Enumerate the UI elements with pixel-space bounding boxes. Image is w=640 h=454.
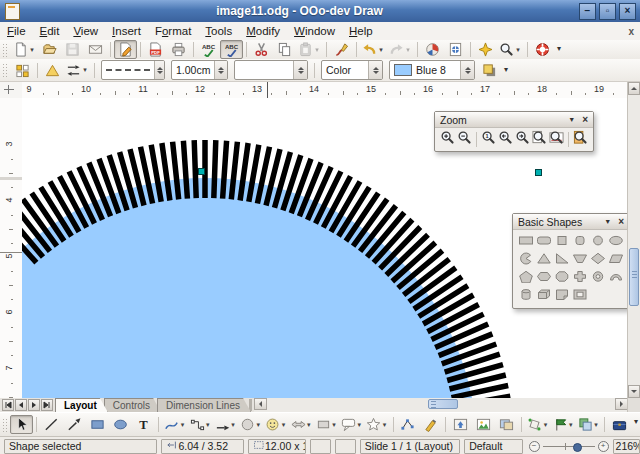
zoom-slider-thumb[interactable] bbox=[573, 443, 582, 452]
arrow-button[interactable] bbox=[63, 415, 86, 434]
menu-tools[interactable]: Tools bbox=[198, 24, 239, 38]
tab-dimension-lines[interactable]: Dimension Lines bbox=[157, 398, 251, 412]
block-arrows-button[interactable]: ▾ bbox=[289, 415, 314, 434]
dropdown-arrow-icon[interactable]: ▾ bbox=[28, 46, 36, 54]
zoom-page-width-button[interactable] bbox=[548, 131, 565, 148]
vertical-scroll-thumb[interactable] bbox=[629, 248, 639, 306]
fill-type-select[interactable]: Color bbox=[321, 60, 383, 80]
dropdown-arrow-icon[interactable]: ▾ bbox=[313, 46, 321, 54]
zoom-percentage[interactable]: 216% bbox=[613, 439, 640, 454]
bs-block-arc-button[interactable] bbox=[607, 270, 626, 287]
shadow-button[interactable] bbox=[478, 61, 501, 80]
scroll-up-button[interactable] bbox=[628, 82, 640, 95]
zoom-slider-track[interactable] bbox=[543, 442, 595, 451]
connector-button[interactable]: ▾ bbox=[188, 415, 213, 434]
line-width-spinner[interactable] bbox=[214, 61, 227, 79]
dropdown-arrow-icon[interactable]: ▾ bbox=[593, 421, 599, 429]
bs-octagon-button[interactable] bbox=[553, 270, 572, 287]
line-button[interactable] bbox=[40, 415, 63, 434]
line-style-select[interactable] bbox=[101, 60, 165, 80]
bs-pentagon-button[interactable] bbox=[517, 270, 536, 287]
last-slide-button[interactable] bbox=[41, 399, 53, 411]
toolbar-overflow-button[interactable]: ▾ bbox=[557, 44, 561, 53]
zoom-out-button[interactable] bbox=[456, 131, 473, 148]
toolbar-grip[interactable] bbox=[2, 63, 9, 77]
menu-format[interactable]: Format bbox=[148, 24, 198, 38]
scroll-down-button[interactable] bbox=[628, 385, 640, 398]
flowchart-button[interactable]: ▾ bbox=[314, 415, 339, 434]
bs-round-rect-button[interactable] bbox=[535, 234, 554, 251]
tab-layout[interactable]: Layout bbox=[55, 398, 108, 412]
export-pdf-button[interactable]: PDF bbox=[144, 40, 167, 59]
status-template-cell[interactable]: Default bbox=[464, 439, 522, 454]
zoom-next-button[interactable] bbox=[514, 131, 531, 148]
menu-window[interactable]: Window bbox=[287, 24, 342, 38]
dropdown-arrow-icon[interactable]: ▾ bbox=[568, 421, 574, 429]
bs-round-square-button[interactable] bbox=[571, 234, 590, 251]
curve-button[interactable]: ▾ bbox=[162, 415, 187, 434]
zoom-out-slider-button[interactable]: − bbox=[529, 441, 540, 452]
tab-controls[interactable]: Controls bbox=[104, 398, 161, 412]
bs-circle-button[interactable] bbox=[589, 234, 608, 251]
dropdown-arrow-icon[interactable]: ▾ bbox=[381, 421, 387, 429]
save-button[interactable] bbox=[61, 40, 84, 59]
drawing-canvas[interactable]: Zoom ▼ × 1 Basic Shapes ▼ × bbox=[22, 98, 628, 398]
first-slide-button[interactable] bbox=[2, 399, 14, 411]
ellipse-button[interactable] bbox=[109, 415, 132, 434]
undo-button[interactable]: ▾ bbox=[360, 40, 387, 59]
new-document-button[interactable]: ▾ bbox=[11, 40, 38, 59]
toolbar-overflow-button[interactable]: ▾ bbox=[634, 417, 638, 426]
vertical-ruler[interactable]: 34567 bbox=[0, 98, 23, 398]
bs-ellipse-button[interactable] bbox=[607, 234, 626, 251]
copy-button[interactable] bbox=[273, 40, 296, 59]
previous-slide-button[interactable] bbox=[15, 399, 27, 411]
maximize-button[interactable]: ▫ bbox=[599, 3, 616, 20]
clone-formatting-button[interactable] bbox=[330, 40, 353, 59]
dropdown-arrow-icon[interactable]: ▾ bbox=[356, 421, 362, 429]
basic-shapes-button[interactable]: ▾ bbox=[238, 415, 263, 434]
dropdown-arrow-icon[interactable]: ▾ bbox=[255, 421, 261, 429]
close-button[interactable]: × bbox=[619, 3, 636, 20]
fill-color-spinner[interactable] bbox=[460, 61, 474, 79]
alignment-button[interactable]: ▾ bbox=[551, 415, 576, 434]
line-style-spinner[interactable] bbox=[154, 61, 164, 79]
gallery-button[interactable] bbox=[495, 415, 518, 434]
arrange-button[interactable]: ▾ bbox=[576, 415, 601, 434]
interaction-button[interactable] bbox=[608, 415, 631, 434]
menu-edit[interactable]: Edit bbox=[33, 24, 67, 38]
selection-handle[interactable] bbox=[535, 169, 542, 176]
print-button[interactable] bbox=[167, 40, 190, 59]
toolbar-grip[interactable] bbox=[2, 418, 8, 432]
toolbar-overflow-button[interactable]: ▾ bbox=[504, 65, 508, 74]
navigator-button[interactable] bbox=[444, 40, 467, 59]
dropdown-arrow-icon[interactable]: ▾ bbox=[230, 421, 236, 429]
horizontal-scroll-thumb[interactable] bbox=[428, 399, 458, 409]
dropdown-arrow-icon[interactable]: ▾ bbox=[179, 421, 185, 429]
zoom-panel-titlebar[interactable]: Zoom ▼ × bbox=[435, 112, 593, 128]
horizontal-scrollbar[interactable] bbox=[254, 398, 628, 412]
next-slide-button[interactable] bbox=[28, 399, 40, 411]
document-close-button[interactable]: x bbox=[628, 26, 634, 37]
dropdown-arrow-icon[interactable]: ▾ bbox=[404, 46, 412, 54]
arrow-style-button[interactable]: ▾ bbox=[64, 61, 91, 80]
tab-scrollbar-splitter[interactable] bbox=[249, 399, 252, 411]
rectangle-button[interactable] bbox=[86, 415, 109, 434]
auto-spellcheck-button[interactable]: ABC bbox=[220, 40, 243, 59]
line-width-input[interactable]: 1.00cm bbox=[171, 60, 228, 80]
insert-picture-button[interactable] bbox=[472, 415, 495, 434]
zoom-in-button[interactable] bbox=[439, 131, 456, 148]
cut-button[interactable] bbox=[250, 40, 273, 59]
menu-insert[interactable]: Insert bbox=[105, 24, 148, 38]
help-button[interactable] bbox=[531, 40, 554, 59]
toolbar-grip[interactable] bbox=[2, 43, 9, 57]
bs-trapezoid-button[interactable] bbox=[571, 252, 590, 269]
bs-triangle-button[interactable] bbox=[535, 252, 554, 269]
zoom-object-button[interactable] bbox=[572, 131, 589, 148]
bs-square-button[interactable] bbox=[553, 234, 572, 251]
zoom-previous-button[interactable] bbox=[497, 131, 514, 148]
bs-cube-button[interactable] bbox=[535, 288, 554, 305]
close-icon[interactable]: × bbox=[618, 216, 624, 227]
bs-pie-button[interactable] bbox=[517, 252, 536, 269]
line-color-select[interactable] bbox=[234, 60, 308, 80]
bs-hexagon-button[interactable] bbox=[535, 270, 554, 287]
